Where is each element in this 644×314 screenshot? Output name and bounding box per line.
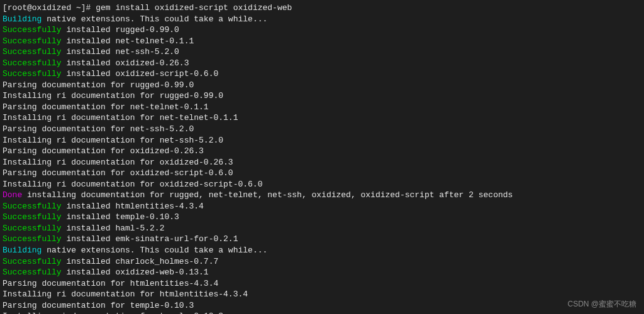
output-segment: Building <box>3 246 42 255</box>
output-line: Successfully installed haml-5.2.2 <box>3 223 641 234</box>
output-line: Successfully installed charlock_holmes-0… <box>3 256 641 268</box>
output-lines-container: Building native extensions. This could t… <box>3 14 641 314</box>
output-segment: Parsing documentation for net-ssh-5.2.0 <box>3 124 194 134</box>
output-segment: installed rugged-0.99.0 <box>62 25 179 35</box>
output-line: Parsing documentation for oxidized-0.26.… <box>3 146 641 157</box>
output-segment: installed oxidized-0.26.3 <box>62 58 189 68</box>
output-line: Successfully installed emk-sinatra-url-f… <box>3 234 641 245</box>
output-line: Parsing documentation for net-telnet-0.1… <box>3 102 641 113</box>
output-line: Successfully installed oxidized-script-0… <box>3 68 641 80</box>
output-line: Parsing documentation for net-ssh-5.2.0 <box>3 124 641 135</box>
prompt-user-host: [root@oxidized ~]# <box>3 3 91 13</box>
output-line: Successfully installed rugged-0.99.0 <box>3 24 641 36</box>
output-segment: Installing ri documentation for htmlenti… <box>3 290 248 299</box>
output-segment: Installing ri documentation for oxidized… <box>3 158 233 167</box>
output-segment: Successfully <box>3 212 62 222</box>
output-segment: native extensions. This could take a whi… <box>42 246 267 255</box>
output-line: Parsing documentation for htmlentities-4… <box>3 278 641 290</box>
output-segment: native extensions. This could take a whi… <box>42 14 267 24</box>
output-segment: installed temple-0.10.3 <box>62 212 179 222</box>
output-segment: Installing ri documentation for net-teln… <box>3 113 238 122</box>
output-line: Parsing documentation for rugged-0.99.0 <box>3 80 641 91</box>
output-line: Parsing documentation for temple-0.10.3 <box>3 300 641 311</box>
output-segment: Building <box>3 14 42 24</box>
output-segment: Successfully <box>3 25 62 35</box>
output-line: Successfully installed temple-0.10.3 <box>3 212 641 223</box>
output-line: Building native extensions. This could t… <box>3 14 641 25</box>
output-segment: Successfully <box>3 202 62 211</box>
output-segment: installed oxidized-script-0.6.0 <box>62 69 219 78</box>
output-segment: installed htmlentities-4.3.4 <box>62 202 204 211</box>
output-segment: Installing ri documentation for rugged-0… <box>3 91 223 100</box>
output-line: Successfully installed net-telnet-0.1.1 <box>3 36 641 47</box>
output-segment: Successfully <box>3 234 62 244</box>
output-line: Parsing documentation for oxidized-scrip… <box>3 168 641 179</box>
output-segment: installed oxidized-web-0.13.1 <box>62 268 209 277</box>
output-segment: Successfully <box>3 268 62 277</box>
output-segment: Parsing documentation for oxidized-0.26.… <box>3 146 204 156</box>
prompt-command: gem install oxidized-script oxidized-web <box>91 3 292 13</box>
output-segment: installed emk-sinatra-url-for-0.2.1 <box>62 234 238 244</box>
output-segment: Done <box>3 190 22 200</box>
output-line: Successfully installed htmlentities-4.3.… <box>3 201 641 212</box>
output-segment: Successfully <box>3 36 62 46</box>
output-line: Building native extensions. This could t… <box>3 245 641 256</box>
output-segment: Parsing documentation for temple-0.10.3 <box>3 301 194 310</box>
output-line: Installing ri documentation for net-ssh-… <box>3 135 641 146</box>
output-segment: Installing ri documentation for oxidized… <box>3 180 262 189</box>
output-segment: installed haml-5.2.2 <box>62 224 165 233</box>
output-segment: Successfully <box>3 257 62 266</box>
terminal-output: [root@oxidized ~]# gem install oxidized-… <box>3 3 641 314</box>
output-segment: installed charlock_holmes-0.7.7 <box>62 257 219 266</box>
output-line: Installing ri documentation for rugged-0… <box>3 90 641 102</box>
output-line: Installing ri documentation for htmlenti… <box>3 289 641 300</box>
output-line: Installing ri documentation for net-teln… <box>3 112 641 124</box>
output-line: Successfully installed oxidized-0.26.3 <box>3 58 641 69</box>
output-segment: Parsing documentation for net-telnet-0.1… <box>3 102 209 112</box>
output-segment: installed net-ssh-5.2.0 <box>62 47 179 57</box>
output-segment: Successfully <box>3 47 62 57</box>
output-segment: Successfully <box>3 58 62 68</box>
output-segment: Installing ri documentation for net-ssh-… <box>3 136 223 145</box>
output-line: Installing ri documentation for oxidized… <box>3 179 641 190</box>
output-segment: Successfully <box>3 224 62 233</box>
output-segment: Parsing documentation for oxidized-scrip… <box>3 168 233 178</box>
output-line: Done installing documentation for rugged… <box>3 190 641 201</box>
output-line: Successfully installed net-ssh-5.2.0 <box>3 46 641 58</box>
output-segment: Parsing documentation for htmlentities-4… <box>3 279 218 288</box>
output-segment: installed net-telnet-0.1.1 <box>62 36 194 46</box>
output-line: Installing ri documentation for oxidized… <box>3 157 641 168</box>
output-segment: installing documentation for rugged, net… <box>22 190 513 200</box>
prompt-line: [root@oxidized ~]# gem install oxidized-… <box>3 3 641 14</box>
watermark-text: CSDN @蜜蜜不吃糖 <box>567 299 636 309</box>
output-segment: Installing ri documentation for temple-0… <box>3 311 223 314</box>
output-segment: Successfully <box>3 69 62 78</box>
output-segment: Parsing documentation for rugged-0.99.0 <box>3 80 194 90</box>
output-line: Successfully installed oxidized-web-0.13… <box>3 267 641 278</box>
output-line: Installing ri documentation for temple-0… <box>3 311 641 314</box>
